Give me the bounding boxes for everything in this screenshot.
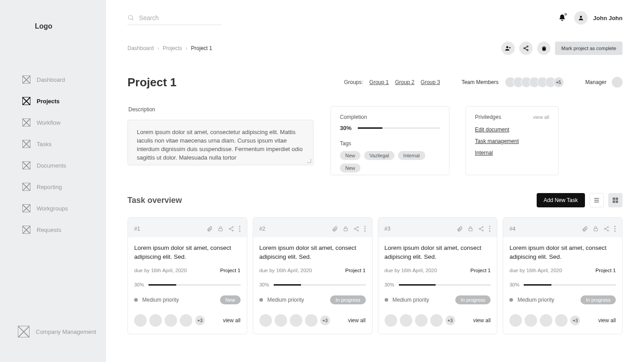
avatar xyxy=(275,314,287,327)
privileges-view-all[interactable]: view all xyxy=(533,114,549,120)
tag[interactable]: Internal xyxy=(398,151,425,160)
description-label: Description xyxy=(128,106,314,113)
sidebar-item-reporting[interactable]: Reporting xyxy=(0,176,106,198)
privilege-link[interactable]: Internal xyxy=(475,150,549,156)
lock-button[interactable] xyxy=(593,226,599,232)
share-icon xyxy=(478,226,484,232)
avatar xyxy=(612,77,623,88)
share-button[interactable] xyxy=(603,226,610,232)
task-card[interactable]: #2Lorem ipsum dolor sit amet, consect ad… xyxy=(253,217,373,334)
tag[interactable]: New xyxy=(340,164,360,173)
breadcrumb-item[interactable]: Dashboard xyxy=(127,45,154,51)
tag[interactable]: Vazilegal xyxy=(364,151,394,160)
attachment-button[interactable] xyxy=(207,226,213,232)
share-button[interactable] xyxy=(478,226,484,232)
sidebar-item-tasks[interactable]: Tasks xyxy=(0,133,106,155)
privilege-link[interactable]: Edit document xyxy=(475,126,549,133)
progress-bar xyxy=(358,127,440,129)
share-button[interactable] xyxy=(519,42,533,55)
sidebar-item-documents[interactable]: Documents xyxy=(0,155,106,176)
task-priority-row: Medium priorityIn progress xyxy=(509,295,616,304)
svg-rect-34 xyxy=(469,228,472,231)
lock-button[interactable] xyxy=(343,226,349,232)
task-card[interactable]: #3Lorem ipsum dolor sit amet, consect ad… xyxy=(378,217,498,334)
avatar xyxy=(430,314,443,327)
description-text[interactable]: Lorem ipsum dolor sit amet, consectetur … xyxy=(127,120,314,165)
info-row: Description Lorem ipsum dolor sit amet, … xyxy=(127,106,623,175)
task-progress-row: 30% xyxy=(259,282,366,287)
avatar xyxy=(305,314,318,327)
avatar-more[interactable]: +5 xyxy=(553,77,564,88)
task-cards: #1Lorem ipsum dolor sit amet, consect ad… xyxy=(127,217,623,334)
avatar-more[interactable]: +3 xyxy=(195,316,205,325)
task-icons xyxy=(457,226,491,232)
mark-complete-button[interactable]: Mark project as complete xyxy=(555,42,623,55)
more-button[interactable] xyxy=(239,226,241,232)
attachment-button[interactable] xyxy=(332,226,338,232)
avatar-more[interactable]: +3 xyxy=(570,316,580,325)
task-percent: 30% xyxy=(509,282,519,287)
sidebar-item-projects[interactable]: Projects xyxy=(0,90,106,112)
svg-rect-13 xyxy=(616,198,618,200)
status-badge: In progress xyxy=(455,295,491,304)
more-button[interactable] xyxy=(364,226,366,232)
notifications-button[interactable] xyxy=(558,14,566,22)
resize-handle-icon[interactable] xyxy=(307,159,311,163)
task-card[interactable]: #4Lorem ipsum dolor sit amet, consect ad… xyxy=(503,217,623,334)
sidebar-item-label: Documents xyxy=(37,162,66,169)
lock-button[interactable] xyxy=(217,226,224,232)
sidebar-item-dashboard[interactable]: Dashboard xyxy=(0,69,106,90)
group-link[interactable]: Group 2 xyxy=(395,79,414,85)
task-card-body: Lorem ipsum dolor sit amet, consect adip… xyxy=(378,237,497,334)
user-menu[interactable]: John John xyxy=(574,11,623,25)
avatar xyxy=(525,314,537,327)
more-button[interactable] xyxy=(614,226,616,232)
grid-view-button[interactable] xyxy=(608,193,623,207)
progress-fill xyxy=(358,127,382,129)
task-card-header: #2 xyxy=(253,218,372,237)
sidebar-item-workflow[interactable]: Workflow xyxy=(0,112,106,133)
task-view-all[interactable]: view all xyxy=(223,317,240,324)
add-task-button[interactable]: Add New Task xyxy=(537,193,585,207)
task-card[interactable]: #1Lorem ipsum dolor sit amet, consect ad… xyxy=(127,217,247,334)
lock-button[interactable] xyxy=(467,226,474,232)
sidebar-item-requests[interactable]: Requests xyxy=(0,219,106,240)
avatar-more[interactable]: +3 xyxy=(320,316,330,325)
task-card-header: #4 xyxy=(503,218,622,237)
svg-point-41 xyxy=(489,228,491,230)
share-button[interactable] xyxy=(353,226,360,232)
group-link[interactable]: Group 3 xyxy=(421,79,440,85)
svg-line-20 xyxy=(230,227,232,229)
avatar xyxy=(259,314,272,327)
progress-fill xyxy=(399,284,436,286)
more-button[interactable] xyxy=(489,226,491,232)
task-view-all[interactable]: view all xyxy=(348,317,365,324)
manager-label: Manager xyxy=(585,79,606,85)
project-actions: Mark project as complete xyxy=(501,42,623,55)
placeholder-icon xyxy=(18,326,30,337)
placeholder-icon xyxy=(22,161,30,169)
task-view-all[interactable]: view all xyxy=(598,317,616,324)
add-member-button[interactable] xyxy=(501,42,515,55)
task-due: due by 16th April, 2020 xyxy=(509,268,562,273)
delete-button[interactable] xyxy=(537,42,551,55)
breadcrumb-item[interactable]: Projects xyxy=(163,45,182,51)
attachment-button[interactable] xyxy=(457,226,463,232)
sidebar-item-company-management[interactable]: Company Management xyxy=(0,319,106,344)
group-link[interactable]: Group 1 xyxy=(369,79,389,85)
avatar xyxy=(400,314,412,327)
list-view-button[interactable] xyxy=(589,193,604,207)
avatar-more[interactable]: +3 xyxy=(445,316,455,325)
search-input[interactable] xyxy=(139,14,221,21)
task-card-header: #1 xyxy=(128,218,247,237)
avatar xyxy=(165,314,177,327)
task-card-body: Lorem ipsum dolor sit amet, consect adip… xyxy=(128,237,247,334)
task-view-all[interactable]: view all xyxy=(473,317,491,324)
attachment-button[interactable] xyxy=(582,226,588,232)
tag[interactable]: New xyxy=(340,151,360,160)
sidebar-item-workgroups[interactable]: Workgroups xyxy=(0,198,106,219)
privilege-link[interactable]: Task management xyxy=(475,138,549,144)
share-button[interactable] xyxy=(228,226,234,232)
task-card-footer: +3view all xyxy=(134,314,241,327)
priority-dot-icon xyxy=(385,298,388,302)
